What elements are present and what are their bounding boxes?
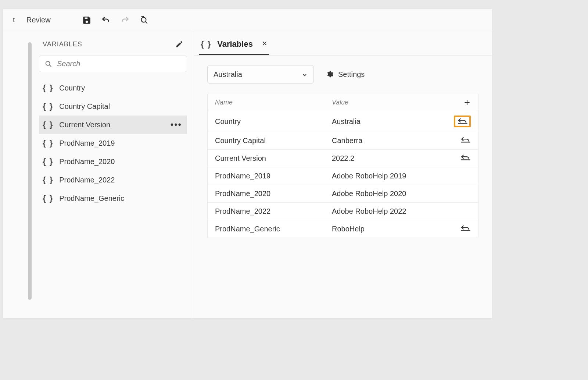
grid-row[interactable]: ProdName_GenericRoboHelp: [208, 220, 478, 238]
left-clip-fragment: t: [3, 9, 18, 31]
grid-row[interactable]: ProdName_2020Adobe RoboHelp 2020: [208, 185, 478, 203]
variable-list: { }Country{ }Country Capital{ }Current V…: [39, 79, 187, 207]
top-toolbar: t Review: [3, 9, 492, 31]
gear-icon: [326, 70, 334, 78]
sidebar-item[interactable]: { }Country: [39, 79, 187, 97]
tab-review[interactable]: Review: [18, 16, 60, 24]
sidebar-item[interactable]: { }Current Version•••: [39, 116, 187, 134]
reset-value-icon[interactable]: [458, 118, 467, 125]
braces-icon: { }: [43, 193, 53, 203]
sidebar-item[interactable]: { }Country Capital: [39, 97, 187, 116]
cell-value: Adobe RoboHelp 2019: [332, 172, 449, 180]
more-options-icon[interactable]: •••: [171, 120, 183, 130]
undo-icon[interactable]: [101, 15, 111, 25]
dropdown-value: Australia: [214, 70, 242, 79]
grid-row[interactable]: Country CapitalCanberra: [208, 132, 478, 150]
editor-tabbar: { } Variables: [194, 31, 492, 56]
cell-name: ProdName_2019: [215, 172, 332, 180]
tab-label: Variables: [217, 39, 253, 49]
variable-set-dropdown[interactable]: Australia: [207, 65, 314, 84]
sidebar-item-label: Country Capital: [59, 102, 110, 111]
cell-value: Adobe RoboHelp 2020: [332, 189, 449, 198]
braces-icon: { }: [43, 102, 53, 111]
find-replace-icon[interactable]: [139, 15, 149, 25]
grid-header: Name Value: [208, 94, 478, 111]
braces-icon: { }: [43, 138, 53, 148]
svg-point-0: [141, 17, 146, 22]
braces-icon: { }: [43, 120, 53, 129]
col-name: Name: [215, 99, 332, 106]
cell-name: Country Capital: [215, 136, 332, 145]
sidebar-item-label: ProdName_2020: [59, 157, 115, 166]
variables-grid: Name Value CountryAustraliaCountry Capit…: [207, 94, 478, 238]
sidebar-item-label: Country: [59, 84, 85, 92]
search-input[interactable]: [39, 56, 187, 72]
braces-icon: { }: [43, 175, 53, 185]
reset-value-icon[interactable]: [460, 154, 471, 162]
cell-value: Canberra: [332, 136, 449, 145]
sidebar-item-label: ProdName_Generic: [59, 194, 124, 203]
svg-point-1: [46, 61, 50, 65]
add-variable-icon[interactable]: [463, 99, 471, 106]
cell-name: Country: [215, 117, 332, 126]
close-icon[interactable]: [262, 40, 268, 48]
settings-button[interactable]: Settings: [326, 70, 365, 79]
col-value: Value: [332, 99, 449, 106]
grid-row[interactable]: ProdName_2019Adobe RoboHelp 2019: [208, 167, 478, 185]
cell-name: ProdName_Generic: [215, 225, 332, 233]
grid-row[interactable]: ProdName_2022Adobe RoboHelp 2022: [208, 203, 478, 220]
sidebar-item[interactable]: { }ProdName_Generic: [39, 189, 187, 207]
scrollbar[interactable]: [28, 42, 32, 300]
reset-value-icon[interactable]: [460, 136, 471, 145]
chevron-down-icon: [302, 71, 308, 77]
edit-icon[interactable]: [175, 40, 183, 48]
grid-row[interactable]: CountryAustralia: [208, 111, 478, 132]
cell-name: ProdName_2022: [215, 207, 332, 216]
left-gutter: [3, 31, 32, 318]
cell-value: RoboHelp: [332, 225, 449, 233]
sidebar-item[interactable]: { }ProdName_2022: [39, 171, 187, 189]
sidebar-item[interactable]: { }ProdName_2019: [39, 134, 187, 152]
variables-panel: VARIABLES { }Country{ }Country Capital{ …: [32, 31, 194, 318]
panel-title: VARIABLES: [43, 40, 82, 48]
cell-name: ProdName_2020: [215, 189, 332, 198]
sidebar-item-label: Current Version: [59, 121, 110, 129]
braces-icon: { }: [201, 39, 211, 49]
sidebar-item-label: ProdName_2019: [59, 139, 115, 148]
save-icon[interactable]: [82, 15, 92, 25]
sidebar-item[interactable]: { }ProdName_2020: [39, 152, 187, 171]
sidebar-item-label: ProdName_2022: [59, 176, 115, 184]
search-icon: [44, 60, 53, 68]
grid-row[interactable]: Current Version2022.2: [208, 150, 478, 167]
cell-name: Current Version: [215, 154, 332, 163]
settings-label: Settings: [338, 70, 365, 79]
braces-icon: { }: [43, 83, 53, 93]
cell-value: Australia: [332, 117, 449, 126]
search-field[interactable]: [57, 60, 182, 68]
reset-value-icon[interactable]: [460, 225, 471, 233]
editor-area: { } Variables Australia: [194, 31, 492, 318]
redo-icon[interactable]: [120, 15, 130, 25]
tab-variables[interactable]: { } Variables: [199, 36, 269, 55]
cell-value: Adobe RoboHelp 2022: [332, 207, 449, 216]
braces-icon: { }: [43, 157, 53, 166]
cell-value: 2022.2: [332, 154, 449, 163]
